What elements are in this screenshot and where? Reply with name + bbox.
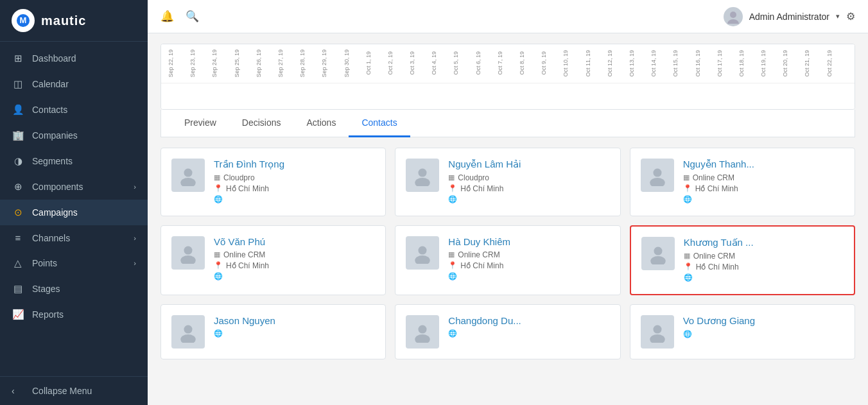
user-dropdown-arrow[interactable]: ▾ — [836, 12, 840, 21]
contact-name[interactable]: Võ Văn Phú — [214, 236, 375, 247]
timeline-date-label: Oct 11, 19 — [585, 49, 607, 78]
contact-card[interactable]: Nguyễn Lâm Hải▦ Cloudpro📍 Hồ Chí Minh🌐 — [395, 148, 620, 216]
timeline-date-label: Oct 9, 19 — [541, 49, 562, 78]
svg-point-6 — [419, 168, 427, 177]
contact-globe: 🌐 — [684, 273, 844, 282]
sidebar-item-label-segments: Segments — [32, 156, 73, 166]
tabs-bar: PreviewDecisionsActionsContacts — [161, 110, 855, 137]
sidebar-item-calendar[interactable]: ◫Calendar — [0, 71, 148, 97]
location-icon: 📍 — [214, 184, 223, 193]
collapse-label: Collapse Menu — [32, 386, 92, 396]
contact-card[interactable]: Nguyễn Thanh...▦ Online CRM📍 Hồ Chí Minh… — [630, 148, 855, 216]
globe-icon: 🌐 — [214, 329, 223, 338]
collapse-icon: ‹ — [12, 386, 24, 396]
sidebar-item-label-points: Points — [32, 258, 57, 268]
sidebar-item-components[interactable]: ⊕Components› — [0, 174, 148, 200]
contact-card[interactable]: Khương Tuấn ...▦ Online CRM📍 Hồ Chí Minh… — [630, 225, 855, 295]
username-label: Admin Administrator — [749, 12, 829, 22]
timeline-date-label: Oct 15, 19 — [672, 49, 694, 78]
tab-contacts[interactable]: Contacts — [349, 110, 410, 137]
contact-name[interactable]: Changdong Du... — [448, 315, 609, 326]
contact-info: Changdong Du...🌐 — [448, 315, 609, 340]
contact-name[interactable]: Trần Đình Trọng — [214, 159, 375, 170]
timeline-date-label: Oct 2, 19 — [387, 49, 409, 78]
contact-avatar — [641, 159, 674, 192]
tab-preview[interactable]: Preview — [171, 110, 229, 137]
stages-nav-icon: ▤ — [12, 283, 24, 295]
contact-name[interactable]: Nguyễn Thanh... — [683, 159, 844, 170]
sidebar-item-stages[interactable]: ▤Stages — [0, 276, 148, 302]
timeline-date-label: Sep 26, 19 — [256, 49, 277, 78]
contact-info: Nguyễn Thanh...▦ Online CRM📍 Hồ Chí Minh… — [683, 159, 844, 205]
components-nav-icon: ⊕ — [12, 181, 24, 193]
contact-card[interactable]: Trần Đình Trọng▦ Cloudpro📍 Hồ Chí Minh🌐 — [161, 148, 386, 216]
contact-city: 📍 Hồ Chí Minh — [683, 184, 844, 193]
search-icon[interactable]: 🔍 — [186, 10, 199, 23]
sidebar-item-reports[interactable]: 📈Reports — [0, 302, 148, 327]
contact-card[interactable]: Changdong Du...🌐 — [395, 304, 620, 359]
timeline-date-label: Oct 6, 19 — [475, 49, 497, 78]
tab-actions[interactable]: Actions — [294, 110, 349, 137]
svg-text:M: M — [20, 15, 27, 25]
channels-nav-icon: ≡ — [12, 232, 24, 243]
timeline-date-label: Oct 5, 19 — [453, 49, 474, 78]
contact-name[interactable]: Jason Nguyen — [214, 315, 375, 326]
notifications-icon[interactable]: 🔔 — [161, 10, 174, 23]
contact-globe: 🌐 — [448, 329, 609, 338]
timeline-date-label: Oct 3, 19 — [409, 49, 431, 78]
settings-icon[interactable]: ⚙ — [846, 10, 855, 22]
sidebar-item-channels[interactable]: ≡Channels› — [0, 225, 148, 250]
contact-city: 📍 Hồ Chí Minh — [448, 184, 609, 193]
contacts-grid: Trần Đình Trọng▦ Cloudpro📍 Hồ Chí Minh🌐 … — [161, 148, 855, 359]
svg-point-7 — [415, 177, 431, 185]
sidebar-nav: ⊞Dashboard◫Calendar👤Contacts🏢Companies◑S… — [0, 42, 148, 376]
svg-point-5 — [180, 177, 196, 185]
points-nav-icon: △ — [12, 257, 24, 269]
tab-decisions[interactable]: Decisions — [229, 110, 294, 137]
building-icon: ▦ — [214, 173, 220, 182]
contact-company: ▦ Online CRM — [683, 173, 844, 182]
building-icon: ▦ — [448, 250, 455, 259]
timeline-date-label: Oct 1, 19 — [365, 49, 387, 78]
sidebar-item-contacts[interactable]: 👤Contacts — [0, 97, 148, 123]
collapse-menu-button[interactable]: ‹ Collapse Menu — [0, 376, 148, 405]
timeline-date-label: Sep 24, 19 — [211, 49, 233, 78]
svg-point-13 — [415, 255, 431, 263]
sidebar-item-points[interactable]: △Points› — [0, 250, 148, 276]
contact-name[interactable]: Hà Duy Khiêm — [448, 236, 609, 247]
svg-point-10 — [184, 246, 192, 254]
sidebar-item-campaigns[interactable]: ⊙Campaigns — [0, 200, 148, 225]
timeline-date-label: Sep 25, 19 — [234, 49, 256, 78]
svg-point-21 — [650, 334, 665, 342]
contact-name[interactable]: Khương Tuấn ... — [684, 237, 844, 248]
segments-nav-icon: ◑ — [12, 155, 24, 167]
svg-point-17 — [180, 334, 196, 342]
contact-city: 📍 Hồ Chí Minh — [684, 263, 844, 271]
contact-company: ▦ Online CRM — [214, 250, 375, 259]
contact-card[interactable]: Vo Dương Giang🌐 — [630, 304, 855, 359]
timeline-date-label: Oct 19, 19 — [760, 49, 782, 78]
contact-card[interactable]: Hà Duy Khiêm▦ Online CRM📍 Hồ Chí Minh🌐 — [395, 225, 620, 295]
svg-point-18 — [419, 325, 427, 333]
sidebar: M mautic ⊞Dashboard◫Calendar👤Contacts🏢Co… — [0, 0, 148, 405]
globe-icon: 🌐 — [448, 272, 457, 280]
svg-point-9 — [650, 177, 665, 185]
contact-name[interactable]: Vo Dương Giang — [683, 315, 844, 327]
sidebar-item-companies[interactable]: 🏢Companies — [0, 123, 148, 148]
sidebar-item-dashboard[interactable]: ⊞Dashboard — [0, 46, 148, 71]
timeline-date-label: Oct 16, 19 — [695, 49, 716, 78]
sidebar-item-segments[interactable]: ◑Segments — [0, 148, 148, 174]
contact-card[interactable]: Jason Nguyen🌐 — [161, 304, 386, 359]
contact-city: 📍 Hồ Chí Minh — [214, 261, 375, 270]
contacts-nav-icon: 👤 — [12, 104, 24, 116]
contact-company: ▦ Cloudpro — [214, 173, 375, 182]
timeline-date-label: Oct 21, 19 — [804, 49, 826, 78]
contact-avatar — [171, 236, 205, 270]
company-name: Online CRM — [693, 173, 734, 182]
contact-name[interactable]: Nguyễn Lâm Hải — [448, 159, 609, 170]
contact-card[interactable]: Võ Văn Phú▦ Online CRM📍 Hồ Chí Minh🌐 — [161, 225, 386, 295]
svg-point-8 — [653, 168, 661, 177]
contact-info: Jason Nguyen🌐 — [214, 315, 375, 340]
topbar-right: Admin Administrator ▾ ⚙ — [724, 7, 855, 26]
timeline-date-label: Oct 12, 19 — [607, 49, 629, 78]
